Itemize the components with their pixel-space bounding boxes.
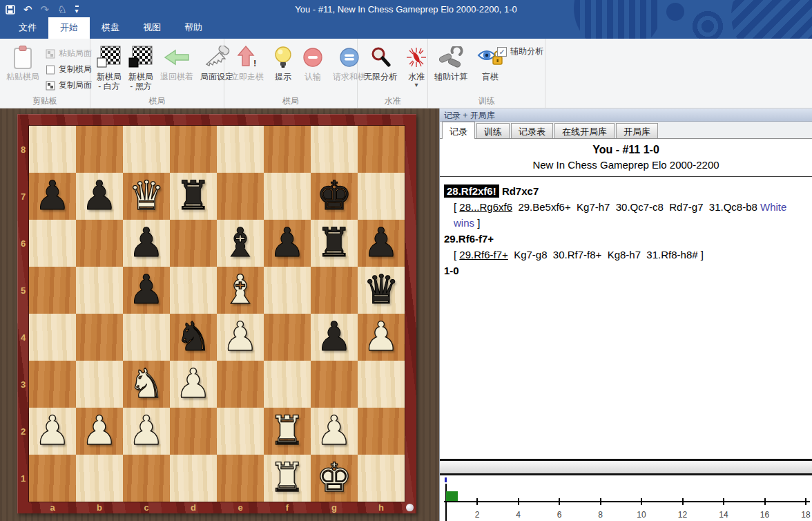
copy-game-button[interactable]: 复制棋局 [46,61,92,77]
square-d4[interactable]: ♞ [170,314,217,361]
square-b6[interactable] [76,220,123,267]
notation-move[interactable]: 29.Be5xf6+ Kg7-h7 30.Qc7-c8 Rd7-g7 31.Qc… [512,201,760,213]
square-h8[interactable] [358,126,405,173]
piece-b2[interactable]: ♟ [76,408,123,455]
square-c3[interactable]: ♞ [123,361,170,408]
piece-g2[interactable]: ♟ [311,408,358,455]
square-a2[interactable]: ♟ [29,408,76,455]
square-d2[interactable] [170,408,217,455]
resign-button[interactable]: 认输 [300,43,325,82]
square-h1[interactable] [358,455,405,502]
assisted-analysis-checkbox[interactable]: ✓ 辅助分析 [497,46,543,57]
square-e7[interactable] [217,173,264,220]
piece-c3[interactable]: ♞ [123,361,170,408]
notation-move[interactable]: 28...Rg6xf6 [459,201,512,213]
save-icon[interactable] [6,5,15,15]
square-f6[interactable]: ♟ [264,220,311,267]
calculation-training-button[interactable]: 辅助计算 [432,43,470,82]
piece-h4[interactable]: ♟ [358,314,405,361]
notation-move[interactable]: ] [474,217,480,229]
square-b2[interactable]: ♟ [76,408,123,455]
piece-g7[interactable]: ♚ [311,173,358,220]
square-h7[interactable] [358,173,405,220]
square-f2[interactable]: ♜ [264,408,311,455]
square-c7[interactable]: ♛ [123,173,170,220]
notation-move[interactable]: 28.Rf2xf6! [444,184,499,198]
menu-tab[interactable]: 文件 [7,17,48,39]
square-b1[interactable] [76,455,123,502]
menu-tab[interactable]: 开始 [48,17,90,39]
engine-icon[interactable]: ♘ [57,3,66,16]
chess-board[interactable]: ♟♟♛♜♚♟♝♟♜♟♟♝♛♞♟♟♟♞♟♟♟♟♜♟♜♚ [29,126,405,502]
square-e2[interactable] [217,408,264,455]
square-b7[interactable]: ♟ [76,173,123,220]
panel-tab[interactable]: 记录表 [511,123,553,138]
square-h3[interactable] [358,361,405,408]
square-c5[interactable]: ♟ [123,267,170,314]
infinite-analysis-button[interactable]: 无限分析 [362,43,399,82]
takeback-button[interactable]: 退回棋着 [158,43,195,82]
square-g2[interactable]: ♟ [311,408,358,455]
square-d6[interactable] [170,220,217,267]
piece-c6[interactable]: ♟ [123,220,170,267]
piece-b7[interactable]: ♟ [76,173,123,220]
horizontal-splitter[interactable] [440,459,812,475]
piece-g1[interactable]: ♚ [311,455,358,502]
square-a1[interactable] [29,455,76,502]
piece-d4[interactable]: ♞ [170,314,217,361]
piece-e6[interactable]: ♝ [217,220,264,267]
square-f4[interactable] [264,314,311,361]
move-now-button[interactable]: ! 立即走棋 [229,43,266,82]
piece-e5[interactable]: ♝ [217,267,264,314]
piece-h5[interactable]: ♛ [358,267,405,314]
redo-icon[interactable]: ↷ [41,3,50,16]
square-g4[interactable]: ♟ [311,314,358,361]
piece-g4[interactable]: ♟ [311,314,358,361]
piece-e4[interactable]: ♟ [217,314,264,361]
square-g7[interactable]: ♚ [311,173,358,220]
square-a5[interactable] [29,267,76,314]
square-a6[interactable] [29,220,76,267]
square-b8[interactable] [76,126,123,173]
square-g8[interactable] [311,126,358,173]
menu-tab[interactable]: 视图 [131,17,173,39]
square-c4[interactable] [123,314,170,361]
piece-a2[interactable]: ♟ [29,408,76,455]
piece-c7[interactable]: ♛ [123,173,170,220]
square-d7[interactable]: ♜ [170,173,217,220]
paste-position-button[interactable]: 粘贴局面 [46,46,92,61]
square-f8[interactable] [264,126,311,173]
menu-tab[interactable]: 棋盘 [90,17,131,39]
square-d5[interactable] [170,267,217,314]
new-game-white-button[interactable]: 新棋局 - 白方 [95,43,124,91]
square-e3[interactable] [217,361,264,408]
square-f3[interactable] [264,361,311,408]
notation-move[interactable]: 1-0 [444,265,459,276]
square-a8[interactable] [29,126,76,173]
piece-c5[interactable]: ♟ [123,267,170,314]
square-f5[interactable] [264,267,311,314]
panel-tab[interactable]: 训练 [476,123,510,138]
square-g5[interactable] [311,267,358,314]
notation-move[interactable]: Rd7xc7 [502,185,539,197]
square-e6[interactable]: ♝ [217,220,264,267]
square-e8[interactable] [217,126,264,173]
square-h6[interactable]: ♟ [358,220,405,267]
square-b3[interactable] [76,361,123,408]
piece-f1[interactable]: ♜ [264,455,311,502]
square-e1[interactable] [217,455,264,502]
notation-move[interactable]: ] [701,249,704,260]
square-f7[interactable] [264,173,311,220]
square-g1[interactable]: ♚ [311,455,358,502]
square-e4[interactable]: ♟ [217,314,264,361]
evaluation-chart[interactable]: 24681012141618 [440,475,812,521]
square-g6[interactable]: ♜ [311,220,358,267]
square-f1[interactable]: ♜ [264,455,311,502]
square-b5[interactable] [76,267,123,314]
piece-g6[interactable]: ♜ [311,220,358,267]
piece-h6[interactable]: ♟ [358,220,405,267]
panel-tab[interactable]: 在线开局库 [554,123,615,138]
square-d8[interactable] [170,126,217,173]
square-g3[interactable] [311,361,358,408]
hint-button[interactable]: 提示 [271,43,295,82]
